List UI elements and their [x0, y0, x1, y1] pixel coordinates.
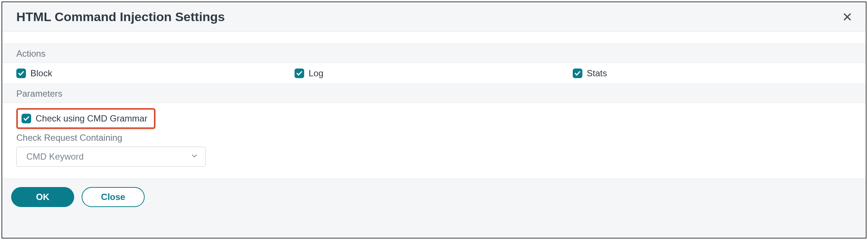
check-icon: [574, 70, 581, 77]
parameters-section-header: Parameters: [2, 84, 866, 103]
cmd-grammar-highlight: Check using CMD Grammar: [16, 108, 155, 129]
check-icon: [296, 70, 303, 77]
spacer-bar: [2, 31, 866, 44]
chevron-down-icon: [190, 152, 198, 161]
cmd-grammar-label: Check using CMD Grammar: [36, 113, 147, 124]
ok-button[interactable]: OK: [11, 187, 74, 207]
check-icon: [23, 115, 30, 122]
action-block-label: Block: [30, 68, 52, 79]
action-block: Block: [16, 68, 295, 79]
parameters-body: Check using CMD Grammar Check Request Co…: [2, 103, 866, 179]
action-stats: Stats: [573, 68, 851, 79]
request-containing-label: Check Request Containing: [16, 133, 852, 143]
checkbox-stats[interactable]: [573, 69, 582, 78]
settings-dialog: HTML Command Injection Settings ✕ Action…: [1, 1, 867, 239]
action-log-label: Log: [309, 68, 323, 79]
request-containing-dropdown[interactable]: CMD Keyword: [16, 147, 206, 167]
action-stats-label: Stats: [587, 68, 607, 79]
dropdown-selected-value: CMD Keyword: [26, 151, 84, 162]
dialog-footer: OK Close: [2, 179, 866, 215]
actions-row: Block Log Stats: [2, 63, 866, 84]
actions-section-header: Actions: [2, 44, 866, 63]
check-icon: [18, 70, 24, 77]
close-button[interactable]: Close: [82, 187, 145, 207]
action-log: Log: [295, 68, 573, 79]
dialog-title: HTML Command Injection Settings: [16, 10, 225, 24]
close-icon[interactable]: ✕: [842, 11, 855, 23]
checkbox-cmd-grammar[interactable]: [22, 114, 31, 123]
dialog-header: HTML Command Injection Settings ✕: [2, 2, 866, 31]
checkbox-block[interactable]: [16, 69, 26, 78]
checkbox-log[interactable]: [295, 69, 304, 78]
